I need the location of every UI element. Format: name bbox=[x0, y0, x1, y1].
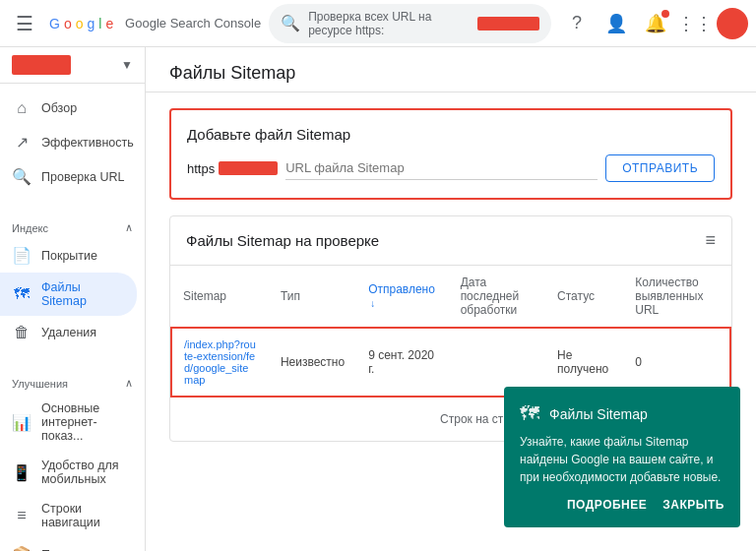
products-icon: 📦 bbox=[12, 545, 32, 551]
notification-badge bbox=[662, 10, 669, 18]
add-sitemap-card: Добавьте файл Sitemap https ОТПРАВИТЬ bbox=[169, 108, 732, 200]
avatar[interactable] bbox=[717, 8, 748, 39]
tooltip-title: Файлы Sitemap bbox=[549, 406, 648, 422]
sidebar-item-efficiency[interactable]: ↗ Эффективность bbox=[0, 125, 137, 159]
apps-icon[interactable]: ⋮⋮ bbox=[677, 6, 713, 41]
property-box bbox=[12, 55, 71, 75]
property-arrow: ▼ bbox=[121, 58, 133, 72]
notifications-icon[interactable]: 🔔 bbox=[638, 6, 673, 41]
table-card-header: Файлы Sitemap на проверке ≡ bbox=[170, 216, 731, 266]
sidebar-item-label: Продукты bbox=[41, 548, 96, 552]
col-status: Статус bbox=[545, 266, 623, 328]
section-title: Улучшения bbox=[12, 378, 68, 390]
collapse-icon[interactable]: ∧ bbox=[125, 377, 133, 390]
list-icon: ≡ bbox=[12, 507, 32, 524]
table-title: Файлы Sitemap на проверке bbox=[186, 232, 379, 249]
sidebar-item-label: Покрытие bbox=[41, 249, 97, 263]
home-icon: ⌂ bbox=[12, 99, 32, 117]
col-urls: Количество выявленных URL bbox=[623, 266, 730, 328]
sitemap-table: Sitemap Тип Отправлено ↓ Дата последней … bbox=[170, 266, 731, 398]
chart-icon: 📊 bbox=[12, 413, 32, 432]
app-logo: Google Google Search Console bbox=[49, 16, 261, 31]
col-type: Тип bbox=[269, 266, 356, 328]
table-header-row: Sitemap Тип Отправлено ↓ Дата последней … bbox=[171, 266, 730, 328]
sidebar-item-base-internet[interactable]: 📊 Основные интернет-показ... bbox=[0, 394, 137, 451]
search-icon: 🔍 bbox=[281, 14, 300, 32]
sidebar-item-url-check[interactable]: 🔍 Проверка URL bbox=[0, 159, 137, 194]
sort-arrow-icon: ↓ bbox=[370, 298, 375, 309]
sidebar-item-label: Удаления bbox=[41, 326, 96, 339]
add-sitemap-form: https ОТПРАВИТЬ bbox=[187, 154, 715, 182]
tooltip-icon: 🗺 bbox=[520, 402, 539, 425]
submit-sitemap-button[interactable]: ОТПРАВИТЬ bbox=[605, 154, 715, 182]
col-sitemap: Sitemap bbox=[171, 266, 269, 328]
people-icon[interactable]: 👤 bbox=[598, 6, 634, 41]
search-icon: 🔍 bbox=[12, 167, 32, 186]
hamburger-icon[interactable]: ☰ bbox=[8, 4, 41, 43]
sidebar-section-header-improvements: Улучшения ∧ bbox=[0, 373, 145, 394]
delete-icon: 🗑 bbox=[12, 324, 32, 341]
sidebar-property[interactable]: ▼ bbox=[0, 47, 145, 84]
sidebar-item-label: Проверка URL bbox=[41, 170, 124, 184]
tooltip-actions: ПОДРОБНЕЕ ЗАКРЫТЬ bbox=[520, 498, 724, 512]
sidebar-item-overview[interactable]: ⌂ Обзор bbox=[0, 92, 137, 125]
add-sitemap-title: Добавьте файл Sitemap bbox=[187, 126, 715, 143]
sitemap-url-input[interactable] bbox=[285, 156, 598, 180]
page-title: Файлы Sitemap bbox=[146, 47, 756, 92]
sidebar-section-header-index: Индекс ∧ bbox=[0, 217, 145, 238]
collapse-icon[interactable]: ∧ bbox=[125, 221, 133, 234]
search-bar: 🔍 Проверка всех URL на ресурсе https: bbox=[269, 4, 551, 43]
sidebar-item-label: Файлы Sitemap bbox=[41, 280, 125, 308]
tooltip-card: 🗺 Файлы Sitemap Узнайте, какие файлы Sit… bbox=[504, 387, 740, 527]
chart-icon: ↗ bbox=[12, 133, 32, 152]
sidebar-item-label: Основные интернет-показ... bbox=[41, 401, 125, 443]
add-sitemap-prefix: https bbox=[187, 161, 278, 176]
topbar: ☰ Google Google Search Console 🔍 Проверк… bbox=[0, 0, 756, 47]
file-icon: 📄 bbox=[12, 246, 32, 265]
cell-sitemap: /index.php?route-extension/fed/google_si… bbox=[171, 328, 269, 397]
sidebar-item-label: Обзор bbox=[41, 101, 77, 115]
table-head: Sitemap Тип Отправлено ↓ Дата последней … bbox=[171, 266, 730, 328]
sitemap-icon: 🗺 bbox=[12, 285, 32, 303]
topbar-actions: ? 👤 🔔 ⋮⋮ bbox=[559, 6, 748, 41]
sidebar-item-label: Удобство для мобильных bbox=[41, 459, 125, 486]
sidebar-item-coverage[interactable]: 📄 Покрытие bbox=[0, 238, 137, 273]
section-title: Индекс bbox=[12, 222, 48, 234]
sidebar-item-label: Эффективность bbox=[41, 136, 134, 150]
tooltip-body: Узнайте, какие файлы Sitemap найдены Goo… bbox=[520, 433, 724, 486]
filter-icon[interactable]: ≡ bbox=[705, 230, 716, 251]
sidebar-item-sitemap[interactable]: 🗺 Файлы Sitemap bbox=[0, 273, 137, 316]
cell-submitted: 9 сент. 2020 г. bbox=[356, 328, 448, 397]
col-submitted[interactable]: Отправлено ↓ bbox=[356, 266, 448, 328]
sidebar: ▼ ⌂ Обзор ↗ Эффективность 🔍 Проверка URL… bbox=[0, 47, 146, 551]
tooltip-close-button[interactable]: ЗАКРЫТЬ bbox=[662, 498, 724, 512]
sidebar-item-label: Строки навигации bbox=[41, 502, 125, 529]
sidebar-item-products[interactable]: 📦 Продукты bbox=[0, 537, 137, 551]
col-last-processed: Дата последней обработки bbox=[449, 266, 545, 328]
cell-type: Неизвестно bbox=[269, 328, 356, 397]
tooltip-header: 🗺 Файлы Sitemap bbox=[520, 402, 724, 425]
sidebar-item-mobile[interactable]: 📱 Удобство для мобильных bbox=[0, 451, 137, 494]
search-redacted bbox=[477, 17, 540, 31]
sidebar-section-index: Индекс ∧ 📄 Покрытие 🗺 Файлы Sitemap 🗑 Уд… bbox=[0, 210, 145, 357]
mobile-icon: 📱 bbox=[12, 463, 32, 482]
prefix-redacted bbox=[219, 161, 278, 175]
tooltip-more-button[interactable]: ПОДРОБНЕЕ bbox=[567, 498, 647, 512]
sidebar-section-main: ⌂ Обзор ↗ Эффективность 🔍 Проверка URL bbox=[0, 84, 145, 202]
sidebar-section-improvements: Улучшения ∧ 📊 Основные интернет-показ...… bbox=[0, 365, 145, 551]
sidebar-item-breadcrumbs[interactable]: ≡ Строки навигации bbox=[0, 494, 137, 537]
sidebar-item-remove[interactable]: 🗑 Удаления bbox=[0, 316, 137, 349]
help-icon[interactable]: ? bbox=[559, 6, 595, 41]
